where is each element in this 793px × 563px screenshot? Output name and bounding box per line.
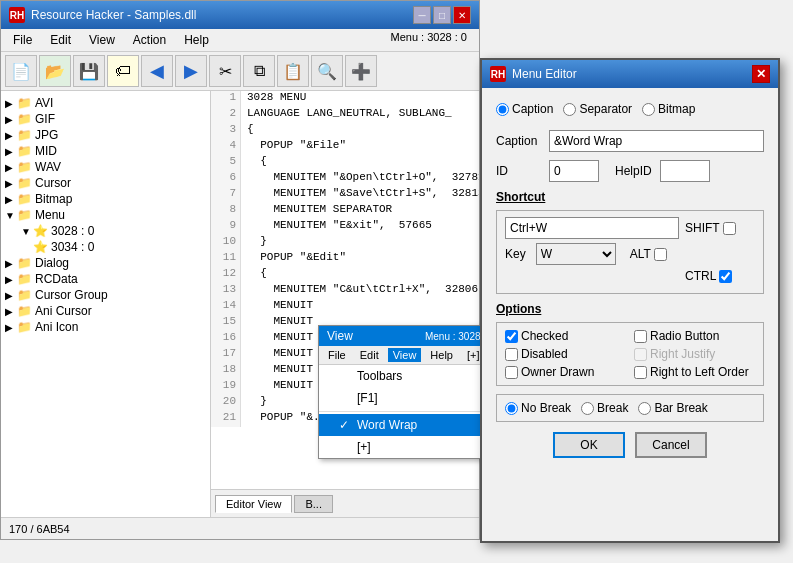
tree-item[interactable]: ▶📁Ani Icon (5, 319, 206, 335)
line-number: 3 (211, 123, 241, 139)
tab-editor-view[interactable]: Editor View (215, 495, 292, 513)
forward-button[interactable]: ▶ (175, 55, 207, 87)
rename-button[interactable]: 🏷 (107, 55, 139, 87)
tree-label: AVI (35, 96, 53, 110)
menu-action[interactable]: Action (125, 31, 174, 49)
maximize-button[interactable]: □ (433, 6, 451, 24)
radio-bitmap[interactable]: Bitmap (642, 102, 695, 116)
tree-arrow: ▶ (5, 130, 17, 141)
save-button[interactable]: 💾 (73, 55, 105, 87)
tree-arrow: ▶ (5, 98, 17, 109)
line-number: 11 (211, 251, 241, 267)
alt-modifier: ALT (630, 247, 700, 261)
bar-break-radio[interactable] (638, 402, 651, 415)
tree-label: Ani Icon (35, 320, 78, 334)
checked-checkbox[interactable] (505, 330, 518, 343)
alt-checkbox[interactable] (654, 248, 667, 261)
menu-item-plus[interactable]: [+] (319, 436, 489, 458)
tree-item[interactable]: ▶📁WAV (5, 159, 206, 175)
cut-button[interactable]: ✂ (209, 55, 241, 87)
code-line: 13028 MENU (211, 91, 479, 107)
break-group: No Break Break Bar Break (496, 394, 764, 422)
inner-menu-view[interactable]: View (388, 348, 422, 362)
tree-item[interactable]: ▼⭐3028 : 0 (5, 223, 206, 239)
ok-button[interactable]: OK (553, 432, 625, 458)
tree-item[interactable]: ▶📁Ani Cursor (5, 303, 206, 319)
close-button[interactable]: ✕ (453, 6, 471, 24)
tree-item[interactable]: ▶📁AVI (5, 95, 206, 111)
key-select[interactable]: W (536, 243, 616, 265)
tab-binary[interactable]: B... (294, 495, 333, 513)
line-content: { (241, 155, 267, 171)
paste-button[interactable]: 📋 (277, 55, 309, 87)
shortcut-input[interactable] (505, 217, 679, 239)
no-break-radio[interactable] (505, 402, 518, 415)
dialog-body: Caption Separator Bitmap Caption ID Help… (482, 88, 778, 468)
radio-button-checkbox[interactable] (634, 330, 647, 343)
no-break-option[interactable]: No Break (505, 401, 571, 415)
back-button[interactable]: ◀ (141, 55, 173, 87)
dialog-close-button[interactable]: ✕ (752, 65, 770, 83)
cancel-button[interactable]: Cancel (635, 432, 707, 458)
ctrl-modifier: CTRL (685, 269, 755, 283)
tree-item[interactable]: ⭐3034 : 0 (5, 239, 206, 255)
radio-separator-input[interactable] (563, 103, 576, 116)
inner-menu-edit[interactable]: Edit (355, 348, 384, 362)
line-content: MENUIT (241, 299, 313, 315)
line-number: 20 (211, 395, 241, 411)
checked-option[interactable]: Checked (505, 329, 626, 343)
radio-caption[interactable]: Caption (496, 102, 553, 116)
shift-checkbox[interactable] (723, 222, 736, 235)
right-to-left-label: Right to Left Order (650, 365, 749, 379)
menu-item-toolbars[interactable]: Toolbars (319, 365, 489, 387)
bar-break-option[interactable]: Bar Break (638, 401, 707, 415)
tree-item[interactable]: ▶📁JPG (5, 127, 206, 143)
menu-help[interactable]: Help (176, 31, 217, 49)
inner-menu-file[interactable]: File (323, 348, 351, 362)
id-input[interactable] (549, 160, 599, 182)
inner-menu-help[interactable]: Help (425, 348, 458, 362)
tree-item[interactable]: ▶📁Bitmap (5, 191, 206, 207)
add-button[interactable]: ➕ (345, 55, 377, 87)
new-button[interactable]: 📄 (5, 55, 37, 87)
minimize-button[interactable]: ─ (413, 6, 431, 24)
folder-icon: 📁 (17, 112, 33, 126)
right-to-left-option[interactable]: Right to Left Order (634, 365, 755, 379)
folder-icon: 📁 (17, 144, 33, 158)
right-to-left-checkbox[interactable] (634, 366, 647, 379)
tree-item[interactable]: ▶📁Dialog (5, 255, 206, 271)
dialog-title-bar: RH Menu Editor ✕ (482, 60, 778, 88)
tree-arrow: ▶ (5, 306, 17, 317)
radio-button-option[interactable]: Radio Button (634, 329, 755, 343)
caption-input[interactable] (549, 130, 764, 152)
search-button[interactable]: 🔍 (311, 55, 343, 87)
break-option[interactable]: Break (581, 401, 628, 415)
menu-item-wordwrap[interactable]: ✓ Word Wrap (319, 414, 489, 436)
line-number: 17 (211, 347, 241, 363)
disabled-checkbox[interactable] (505, 348, 518, 361)
helpid-input[interactable] (660, 160, 710, 182)
menu-edit[interactable]: Edit (42, 31, 79, 49)
ctrl-checkbox[interactable] (719, 270, 732, 283)
menu-view[interactable]: View (81, 31, 123, 49)
options-box: Checked Radio Button Disabled Right Just… (496, 322, 764, 386)
tree-item[interactable]: ▶📁RCData (5, 271, 206, 287)
tree-item[interactable]: ▶📁MID (5, 143, 206, 159)
radio-caption-input[interactable] (496, 103, 509, 116)
radio-bitmap-input[interactable] (642, 103, 655, 116)
tree-item[interactable]: ▶📁Cursor Group (5, 287, 206, 303)
shortcut-section: Shortcut SHIFT Key W ALT (496, 190, 764, 294)
tree-item[interactable]: ▶📁Cursor (5, 175, 206, 191)
tree-item[interactable]: ▶📁GIF (5, 111, 206, 127)
radio-separator[interactable]: Separator (563, 102, 632, 116)
menu-file[interactable]: File (5, 31, 40, 49)
open-button[interactable]: 📂 (39, 55, 71, 87)
owner-drawn-option[interactable]: Owner Drawn (505, 365, 626, 379)
menu-item-f1[interactable]: [F1] (319, 387, 489, 409)
disabled-option[interactable]: Disabled (505, 347, 626, 361)
code-line: 14 MENUIT (211, 299, 479, 315)
tree-item[interactable]: ▼📁Menu (5, 207, 206, 223)
copy-button[interactable]: ⧉ (243, 55, 275, 87)
owner-drawn-checkbox[interactable] (505, 366, 518, 379)
break-radio[interactable] (581, 402, 594, 415)
